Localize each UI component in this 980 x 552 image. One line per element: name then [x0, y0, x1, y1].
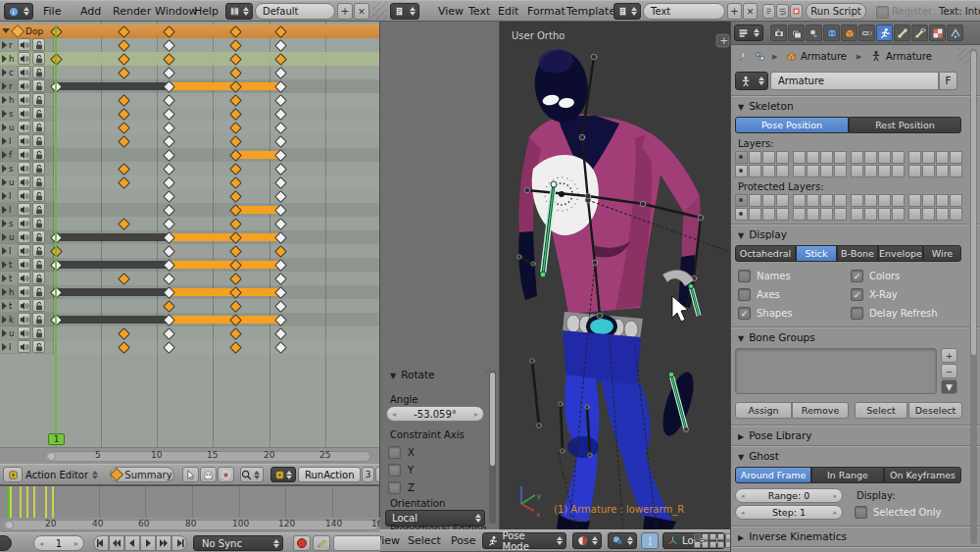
keyframe-selected[interactable]: [229, 135, 242, 148]
checkbox-z[interactable]: [388, 481, 401, 494]
dopesheet-channel-row[interactable]: r: [0, 38, 380, 52]
keyframe-selected[interactable]: [229, 163, 242, 176]
keyframe-range-selected[interactable]: [169, 233, 281, 241]
keyframe-selected[interactable]: [118, 273, 130, 285]
ghost-step-field[interactable]: ◂Step: 1▸: [735, 505, 843, 520]
dopesheet-channel-row[interactable]: Dop: [0, 25, 380, 38]
layer-cell[interactable]: [702, 541, 709, 548]
layer-cell[interactable]: [694, 541, 701, 548]
dopesheet-channel-row[interactable]: s: [0, 162, 380, 176]
display-option-colors[interactable]: ✓Colors: [851, 270, 900, 282]
timeline-keyframe-line[interactable]: [52, 486, 54, 518]
layer-toggle-cell[interactable]: [936, 194, 949, 207]
summary-toggle[interactable]: Summary: [110, 467, 174, 482]
filter-search-dropdown[interactable]: [240, 467, 264, 482]
channel-header[interactable]: r: [0, 38, 54, 52]
lock-icon[interactable]: [32, 121, 45, 133]
editor-type-dopesheet-icon[interactable]: [3, 467, 23, 482]
expand-icon[interactable]: [2, 343, 7, 351]
view-menu-select[interactable]: Select: [408, 534, 441, 547]
assign-button[interactable]: Assign: [735, 402, 792, 419]
deselect-button[interactable]: Deselect: [908, 402, 962, 419]
layer-toggle-cell[interactable]: [936, 151, 949, 164]
editor-type-text-dropdown[interactable]: [390, 3, 419, 20]
dopesheet-channel-row[interactable]: h: [0, 52, 380, 66]
id-name-field[interactable]: Armature: [770, 72, 939, 90]
pose-position-button[interactable]: Pose Position: [735, 117, 849, 133]
channel-header[interactable]: s: [0, 162, 54, 176]
channel-header[interactable]: l: [0, 340, 54, 354]
channel-header[interactable]: s: [0, 107, 54, 121]
properties-region-expand-icon[interactable]: +: [716, 34, 729, 47]
new-text-button[interactable]: +: [727, 3, 742, 20]
channel-header[interactable]: u: [0, 121, 54, 134]
dopesheet-channel-row[interactable]: u: [0, 176, 380, 189]
lock-icon[interactable]: [32, 93, 45, 106]
dopesheet-channel-row[interactable]: h: [0, 93, 380, 107]
mute-speaker-icon[interactable]: [18, 79, 30, 92]
mute-speaker-icon[interactable]: [18, 313, 30, 326]
panel-header-bone-groups[interactable]: ▼Bone Groups: [738, 331, 815, 343]
timeline-keyframe-line[interactable]: [45, 486, 47, 518]
scrollbar-knob[interactable]: [5, 521, 14, 529]
keyframe-selected[interactable]: [118, 163, 130, 176]
expand-icon[interactable]: [2, 316, 7, 324]
keyframe-range-selected[interactable]: [169, 82, 281, 90]
decrement-arrow-icon[interactable]: ◂: [741, 492, 745, 500]
keyframe[interactable]: [163, 327, 175, 340]
text-menu-format[interactable]: Format: [527, 5, 565, 18]
breadcrumb-data-name[interactable]: Armature: [886, 51, 932, 62]
channel-header[interactable]: s: [0, 217, 54, 230]
tab-render[interactable]: [770, 25, 787, 41]
dopesheet-channel-row[interactable]: u: [0, 326, 380, 340]
expand-icon[interactable]: [2, 124, 7, 131]
layer-cell[interactable]: [702, 533, 709, 540]
interaction-mode-dropdown[interactable]: Pose Mode: [482, 532, 566, 549]
text-menu-text[interactable]: Text: [468, 5, 490, 18]
lock-icon[interactable]: [32, 52, 45, 65]
manipulator-toggle-button[interactable]: [641, 532, 659, 549]
lock-icon[interactable]: [32, 217, 45, 229]
jump-to-start-button[interactable]: [93, 535, 109, 551]
area-corner-hatch[interactable]: [372, 2, 387, 20]
timeline-keyframe-line[interactable]: [26, 486, 28, 518]
dopesheet-channel-row[interactable]: l: [0, 134, 380, 148]
keyframe[interactable]: [274, 190, 287, 203]
text-datablock-field[interactable]: Text: [643, 3, 725, 20]
layer-toggle-cell[interactable]: [950, 151, 962, 164]
layer-toggle-cell[interactable]: [908, 208, 921, 221]
channel-header[interactable]: t: [0, 299, 54, 313]
layer-toggle-cell[interactable]: [793, 194, 806, 207]
layer-toggle-cell[interactable]: [762, 151, 775, 164]
editor-type-timeline-icon[interactable]: [0, 535, 12, 551]
unlink-text-button[interactable]: ✕: [743, 3, 758, 20]
timeline-track[interactable]: [0, 486, 380, 518]
id-block-icon-dropdown[interactable]: [735, 72, 768, 90]
keyframe[interactable]: [163, 135, 175, 148]
keyframe-selected[interactable]: [229, 273, 242, 285]
remove-button[interactable]: Remove: [792, 402, 849, 419]
keyframe[interactable]: [274, 218, 287, 230]
expand-icon[interactable]: [2, 233, 7, 241]
panel-header-inverse-kinematics[interactable]: ▶Inverse Kinematics: [738, 530, 847, 542]
screen-layout-icon-dropdown[interactable]: [225, 3, 253, 20]
mute-speaker-icon[interactable]: [18, 134, 30, 147]
tab-world[interactable]: [823, 25, 840, 41]
select-button[interactable]: Select: [855, 402, 907, 419]
channel-header[interactable]: l: [0, 203, 54, 217]
keyframe-selected[interactable]: [229, 327, 242, 340]
dopesheet-channel-row[interactable]: u: [0, 230, 380, 244]
play-reverse-button[interactable]: [124, 535, 140, 551]
bone-group-add-button[interactable]: +: [941, 348, 957, 363]
mute-speaker-icon[interactable]: [18, 244, 30, 257]
layer-toggle-cell[interactable]: [776, 165, 789, 177]
layer-cell[interactable]: [717, 541, 724, 548]
channel-header[interactable]: f: [0, 148, 54, 162]
layer-toggle-cell[interactable]: [762, 194, 775, 207]
bone-group-specials-button[interactable]: ▼: [941, 379, 957, 394]
line-numbers-toggle-icon[interactable]: [762, 4, 775, 19]
increment-arrow-icon[interactable]: ▸: [74, 539, 78, 548]
editor-type-info-dropdown[interactable]: i: [4, 3, 33, 20]
viewport-canvas[interactable]: y x User Ortho (1) Armature : lowerarm_R…: [500, 22, 730, 529]
mute-speaker-icon[interactable]: [18, 66, 30, 78]
